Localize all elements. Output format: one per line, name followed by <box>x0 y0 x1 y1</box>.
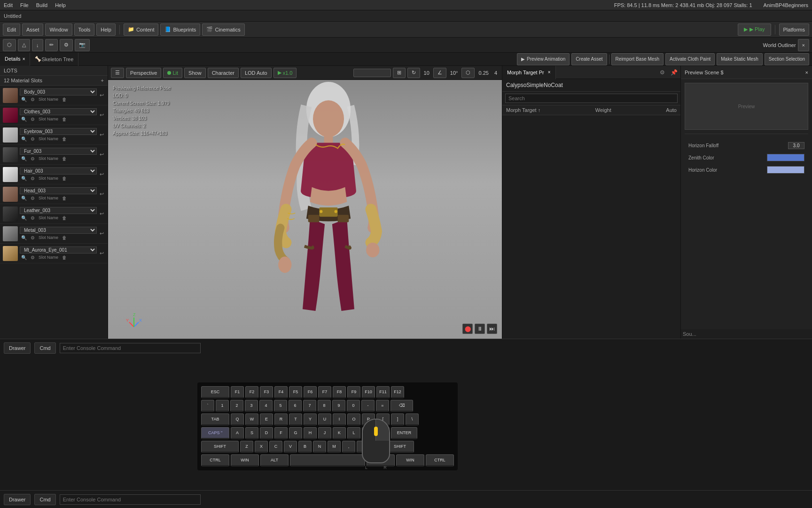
material-name-metal[interactable]: Metal_003 <box>20 227 97 234</box>
key-a[interactable]: A <box>231 427 244 439</box>
mat-browse-icon4[interactable]: ⚙ <box>29 156 36 162</box>
rotate-icon-btn[interactable]: ↻ <box>407 68 420 78</box>
tab-skeleton[interactable]: 🦴 Skeleton Tree <box>30 53 78 66</box>
material-arrow-metal[interactable]: ↩ <box>99 230 105 237</box>
key-8[interactable]: 8 <box>318 400 331 412</box>
key-enter[interactable]: ENTER <box>391 427 417 439</box>
key-backtick[interactable]: ` <box>201 400 214 412</box>
make-static-btn[interactable]: Make Static Mesh <box>717 53 762 65</box>
reimport-btn[interactable]: Reimport Base Mesh <box>611 53 664 65</box>
material-name-head[interactable]: Head_003 <box>20 187 97 194</box>
mat-search-icon6[interactable]: 🔍 <box>20 195 28 201</box>
key-s[interactable]: S <box>245 427 258 439</box>
key-ctrl-left[interactable]: CTRL <box>201 454 229 467</box>
key-f9[interactable]: F9 <box>347 386 360 398</box>
material-arrow-clothes[interactable]: ↩ <box>99 112 105 118</box>
perspective-btn[interactable]: Perspective <box>126 68 161 78</box>
key-4[interactable]: 4 <box>259 400 273 412</box>
preview-animation-btn[interactable]: ▶ Preview Animation <box>517 53 570 65</box>
toolbar-icon-1[interactable]: ⬡ <box>3 39 16 51</box>
material-arrow-eye[interactable]: ↩ <box>99 250 105 256</box>
preview-scene-close[interactable]: × <box>805 70 808 75</box>
key-tab[interactable]: TAB <box>201 413 229 426</box>
slot-name-btn2[interactable]: Slot Name <box>37 116 60 122</box>
key-1[interactable]: 1 <box>216 400 229 412</box>
key-0[interactable]: 0 <box>347 400 360 412</box>
slot-name-btn4[interactable]: Slot Name <box>37 156 60 162</box>
material-arrow-fur[interactable]: ↩ <box>99 151 105 158</box>
morph-search-input[interactable] <box>505 94 678 103</box>
key-b[interactable]: B <box>298 441 312 453</box>
horizon-color-swatch[interactable] <box>767 166 804 174</box>
menu-help-btn[interactable]: Help <box>96 24 116 36</box>
mat-search-icon[interactable]: 🔍 <box>20 96 28 103</box>
key-f5[interactable]: F5 <box>289 386 302 398</box>
key-9[interactable]: 9 <box>332 400 345 412</box>
material-name-hair[interactable]: Hair_003 <box>20 167 97 175</box>
console-input-1[interactable] <box>60 343 201 353</box>
key-shift-left[interactable]: SHIFT <box>201 441 239 453</box>
key-t[interactable]: T <box>289 413 302 426</box>
key-3[interactable]: 3 <box>245 400 258 412</box>
scale-icon-btn[interactable]: ⬡ <box>461 68 475 78</box>
drawer-btn-2[interactable]: Drawer <box>4 494 31 505</box>
mat-search-icon5[interactable]: 🔍 <box>20 175 28 182</box>
mat-search-icon7[interactable]: 🔍 <box>20 215 28 221</box>
slot-name-btn3[interactable]: Slot Name <box>37 136 60 142</box>
key-f8[interactable]: F8 <box>333 386 346 398</box>
key-minus[interactable]: - <box>361 400 375 412</box>
key-2[interactable]: 2 <box>230 400 243 412</box>
menu-build[interactable]: Build <box>36 2 47 8</box>
key-h[interactable]: H <box>304 427 317 439</box>
key-f[interactable]: F <box>274 427 288 439</box>
key-backspace[interactable]: ⌫ <box>390 400 413 412</box>
key-k[interactable]: K <box>333 427 346 439</box>
slot-name-btn9[interactable]: Slot Name <box>37 254 60 261</box>
material-arrow-hair[interactable]: ↩ <box>99 171 105 177</box>
menu-asset-btn[interactable]: Asset <box>22 24 44 36</box>
material-arrow-head[interactable]: ↩ <box>99 191 105 197</box>
zenith-color-swatch[interactable] <box>767 154 804 161</box>
key-f11[interactable]: F11 <box>376 386 390 398</box>
viewport-canvas[interactable]: Previewing Reference Pose LOD: 0 Current… <box>108 80 502 339</box>
key-i[interactable]: I <box>333 413 346 426</box>
mouse-right-button[interactable] <box>376 420 389 441</box>
key-win-left[interactable]: WIN <box>231 454 259 467</box>
menu-help[interactable]: Help <box>55 2 66 8</box>
key-f12[interactable]: F12 <box>391 386 404 398</box>
speed-btn[interactable]: ▶ x1.0 <box>273 68 297 78</box>
toolbar-icon-2[interactable]: △ <box>18 39 30 51</box>
section-selection-btn[interactable]: Section Selection <box>765 53 809 65</box>
key-g[interactable]: G <box>289 427 302 439</box>
mat-browse-icon2[interactable]: ⚙ <box>29 116 36 122</box>
material-name-body[interactable]: Body_003 <box>20 88 97 95</box>
key-comma[interactable]: , <box>342 441 355 453</box>
key-7[interactable]: 7 <box>303 400 316 412</box>
mat-delete-icon7[interactable]: 🗑 <box>61 215 68 221</box>
key-u[interactable]: U <box>318 413 331 426</box>
cmd-btn-1[interactable]: Cmd <box>34 342 55 354</box>
lod-auto-btn[interactable]: LOD Auto <box>241 68 272 78</box>
morph-panel-settings[interactable]: ⚙ <box>657 69 668 76</box>
play-btn[interactable]: ▶ ▶ Play <box>738 24 771 36</box>
key-space[interactable] <box>290 454 365 467</box>
console-input-2[interactable] <box>60 494 201 505</box>
key-equals[interactable]: = <box>376 400 389 412</box>
key-caps[interactable]: CAPS " <box>201 427 229 439</box>
material-name-clothes[interactable]: Clothes_003 <box>20 108 97 115</box>
mat-search-icon4[interactable]: 🔍 <box>20 156 28 162</box>
skip-forward-btn[interactable]: ⏭ <box>487 324 497 334</box>
key-6[interactable]: 6 <box>289 400 302 412</box>
blueprints-btn[interactable]: 📘 Blueprints <box>160 24 200 36</box>
material-name-eyebrow[interactable]: Eyebrow_003 <box>20 128 97 135</box>
mat-delete-icon6[interactable]: 🗑 <box>61 195 68 201</box>
key-win-right[interactable]: WIN <box>396 454 424 467</box>
mat-delete-icon3[interactable]: 🗑 <box>61 136 68 142</box>
menu-window-btn[interactable]: Window <box>45 24 72 36</box>
record-btn[interactable]: ⬤ <box>462 324 473 334</box>
mat-delete-icon4[interactable]: 🗑 <box>61 156 68 162</box>
key-f6[interactable]: F6 <box>304 386 317 398</box>
mat-browse-icon7[interactable]: ⚙ <box>29 215 36 221</box>
key-5[interactable]: 5 <box>274 400 287 412</box>
create-asset-btn[interactable]: Create Asset <box>571 53 607 65</box>
